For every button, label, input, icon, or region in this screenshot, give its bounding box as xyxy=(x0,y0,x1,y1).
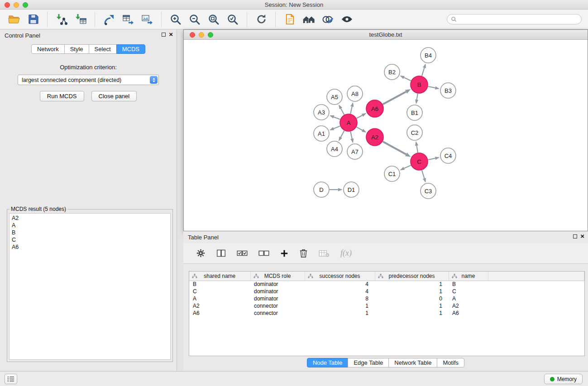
houses-icon xyxy=(302,14,316,25)
graph-node-label: A5 xyxy=(331,94,338,100)
import-table-button[interactable] xyxy=(72,11,89,28)
column-header-predecessor-nodes[interactable]: predecessor nodes xyxy=(375,272,449,281)
close-panel-icon[interactable]: × xyxy=(169,31,173,38)
table-cell: 8 xyxy=(305,295,375,302)
annotations-button[interactable] xyxy=(320,11,336,28)
zoom-fit-icon xyxy=(208,14,220,25)
mcds-result-list[interactable]: A2ABCA6 xyxy=(9,213,171,360)
table-tab-motifs[interactable]: Motifs xyxy=(437,358,464,367)
close-panel-button[interactable]: Close panel xyxy=(91,91,137,101)
open-session-button[interactable] xyxy=(6,11,22,28)
edge-B-B4[interactable] xyxy=(422,68,425,76)
edge-arrowhead xyxy=(338,188,343,191)
network-canvas[interactable]: B4B2BB3A5A8A6B1A3AC2A1A2A4A7C4CC1C3DD1 xyxy=(184,40,588,231)
graphics-details-button[interactable] xyxy=(282,11,298,28)
column-header-successor-nodes[interactable]: successor nodes xyxy=(305,272,375,281)
export-image-button[interactable] xyxy=(139,11,155,28)
table-tab-edge-table[interactable]: Edge Table xyxy=(348,358,389,367)
memory-label: Memory xyxy=(557,376,577,382)
edge-A-A1[interactable] xyxy=(334,126,340,129)
export-table-button[interactable] xyxy=(120,11,136,28)
table-settings-button[interactable] xyxy=(196,248,206,258)
float-table-panel-icon[interactable] xyxy=(573,234,577,238)
edge-A2-C[interactable] xyxy=(383,142,406,154)
show-hide-button[interactable] xyxy=(339,11,355,28)
table-row[interactable]: A2connector11A2 xyxy=(189,302,584,310)
edge-A6-B[interactable] xyxy=(383,92,406,105)
table-row[interactable]: Adominator80A xyxy=(189,295,584,302)
column-header-name[interactable]: name xyxy=(449,272,488,281)
edge-A-A7[interactable] xyxy=(350,132,352,139)
tab-network[interactable]: Network xyxy=(31,44,65,54)
zoom-fit-button[interactable] xyxy=(206,11,222,28)
edge-A-A8[interactable] xyxy=(350,107,352,114)
zoom-selected-button[interactable] xyxy=(225,11,241,28)
network-window-titlebar[interactable]: testGlobe.txt xyxy=(184,30,588,40)
table-cell: 1 xyxy=(305,302,375,310)
column-header-shared-name[interactable]: shared name xyxy=(189,272,250,281)
graph-node-label: C4 xyxy=(445,152,452,159)
create-column-button[interactable] xyxy=(280,249,288,257)
edge-arrowhead xyxy=(435,157,440,160)
graph-node-label: B xyxy=(417,81,421,88)
close-table-panel-icon[interactable]: × xyxy=(580,233,584,239)
delete-table-button[interactable] xyxy=(319,249,330,257)
delete-column-button[interactable] xyxy=(299,248,308,258)
function-builder-button[interactable]: f(x) xyxy=(340,248,352,258)
result-item[interactable]: A2 xyxy=(10,214,170,222)
table-row[interactable]: A6connector11A6 xyxy=(189,310,584,317)
show-columns-button[interactable] xyxy=(216,248,226,258)
result-item[interactable]: C xyxy=(10,236,170,243)
table-cell-filler xyxy=(488,310,584,317)
delete-table-icon xyxy=(319,249,330,257)
select-all-button[interactable] xyxy=(237,249,248,257)
edge-C-C4[interactable] xyxy=(428,158,435,160)
edge-A-A4[interactable] xyxy=(341,131,344,138)
zoom-in-button[interactable] xyxy=(167,11,184,28)
fx-icon: f(x) xyxy=(340,248,352,258)
control-panel: Control Panel × NetworkStyleSelectMCDS O… xyxy=(0,29,177,371)
show-panels-button[interactable] xyxy=(5,374,17,384)
result-item[interactable]: B xyxy=(10,229,170,236)
edge-B-B1[interactable] xyxy=(417,94,418,100)
import-network-button[interactable] xyxy=(53,11,70,28)
edge-C-C2[interactable] xyxy=(417,146,418,152)
tab-mcds[interactable]: MCDS xyxy=(116,44,145,54)
first-neighbors-button[interactable] xyxy=(301,11,317,28)
table-tab-network-table[interactable]: Network Table xyxy=(388,358,437,367)
memory-button[interactable]: Memory xyxy=(544,374,583,384)
edge-C-C3[interactable] xyxy=(422,170,425,178)
result-item[interactable]: A6 xyxy=(10,243,170,251)
refresh-layout-button[interactable] xyxy=(253,11,269,28)
run-mcds-button[interactable]: Run MCDS xyxy=(40,91,84,101)
edge-A-A6[interactable] xyxy=(357,115,363,119)
edge-B-B2[interactable] xyxy=(404,77,411,81)
result-item[interactable]: A xyxy=(10,222,170,229)
table-cell: 1 xyxy=(375,288,449,295)
orange-document-icon xyxy=(284,14,296,25)
search-icon xyxy=(451,16,457,22)
search-input[interactable] xyxy=(459,16,578,23)
zoom-out-button[interactable] xyxy=(186,11,203,28)
table-row[interactable]: Cdominator41C xyxy=(189,288,584,295)
edge-A-A3[interactable] xyxy=(334,117,340,119)
table-cell: A6 xyxy=(189,310,250,317)
float-panel-icon[interactable] xyxy=(162,33,166,37)
column-header-MCDS-role[interactable]: MCDS role xyxy=(250,272,305,281)
edge-A-A5[interactable] xyxy=(341,109,344,115)
tab-style[interactable]: Style xyxy=(64,44,89,54)
criterion-dropdown[interactable]: largest connected component (directed) xyxy=(18,75,159,85)
table-row[interactable]: Bdominator41B xyxy=(189,281,584,288)
graph-node-label: A xyxy=(347,119,351,126)
edge-A-A2[interactable] xyxy=(357,127,363,130)
edge-B-B3[interactable] xyxy=(428,86,435,88)
deselect-all-button[interactable] xyxy=(258,249,269,257)
export-network-button[interactable] xyxy=(101,11,117,28)
table-cell-filler xyxy=(488,288,584,295)
save-session-button[interactable] xyxy=(25,11,41,28)
table-panel-header: Table Panel × xyxy=(183,231,588,243)
table-tab-node-table[interactable]: Node Table xyxy=(307,358,349,367)
tab-select[interactable]: Select xyxy=(89,44,117,54)
search-box[interactable] xyxy=(447,14,582,24)
edge-C-C1[interactable] xyxy=(404,165,411,168)
